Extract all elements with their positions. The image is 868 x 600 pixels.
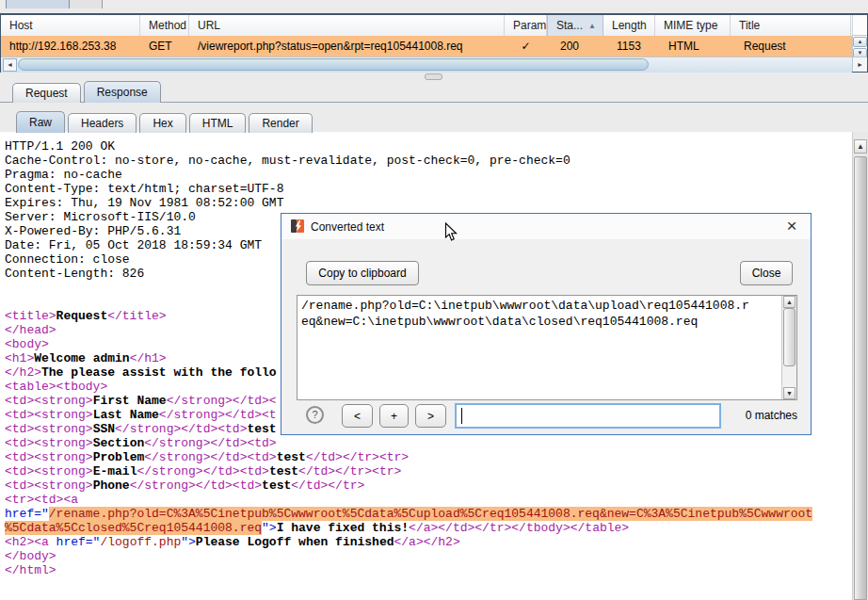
tab-request[interactable]: Request	[12, 83, 81, 103]
highlighted-text: %5Cdata%5Cclosed%5Creq105441008.req	[5, 521, 262, 535]
scroll-right-icon[interactable]: ►	[852, 57, 867, 72]
converted-text-line: eq&new=C:\inetpub\wwwroot\data\closed\re…	[301, 314, 749, 330]
response-line: </body>	[5, 549, 812, 563]
code-segment: href="	[5, 507, 49, 521]
copy-to-clipboard-button[interactable]: Copy to clipboard	[306, 261, 419, 285]
code-segment: <td><strong>	[5, 450, 93, 464]
column-header-method[interactable]: Method	[140, 15, 189, 36]
code-segment: /logoff.php	[100, 535, 181, 549]
column-header-title[interactable]: Title	[731, 15, 851, 36]
partial-tab-selected[interactable]	[6, 0, 70, 8]
row-cell-method[interactable]: GET	[140, 36, 189, 57]
row-cell-mimetype[interactable]: HTML	[655, 36, 731, 57]
view-tab-render[interactable]: Render	[249, 113, 312, 133]
column-header-mimetype[interactable]: MIME type	[655, 15, 731, 36]
highlighted-text: /rename.php?old=C%3A%5Cinetpub%5Cwwwroot…	[49, 507, 812, 521]
search-next-button[interactable]: >	[415, 404, 446, 428]
row-cell-length[interactable]: 1153	[603, 36, 655, 57]
code-segment: Last Name	[93, 408, 159, 422]
view-tab-raw[interactable]: Raw	[16, 111, 65, 133]
code-segment: </title>	[107, 309, 166, 323]
close-button[interactable]: Close	[740, 261, 793, 285]
help-icon[interactable]: ?	[306, 406, 324, 424]
view-tab-headers[interactable]: Headers	[68, 113, 137, 133]
code-segment: <td><strong>	[5, 422, 93, 436]
code-segment: </strong></td><t	[159, 408, 277, 422]
response-scrollbar-thumb[interactable]	[854, 156, 867, 600]
scroll-up-icon[interactable]: ▲	[854, 139, 867, 154]
code-segment: X-Powered-By: PHP/5.6.31	[5, 224, 181, 238]
converted-text-area[interactable]: /rename.php?old=C:\inetpub\wwwroot\data\…	[297, 295, 797, 400]
mouse-cursor	[444, 222, 458, 242]
close-icon[interactable]: ×	[782, 215, 801, 237]
dialog-titlebar[interactable]: Converted text ×	[281, 214, 811, 239]
row-cell-title[interactable]: Request	[731, 36, 851, 57]
row-cell-params[interactable]: ✓	[505, 36, 547, 57]
code-segment: I have fixed this!	[277, 521, 409, 535]
response-line: <td><strong>Problem</strong></td><td>tes…	[5, 450, 812, 464]
code-segment: Content-Type: text/html; charset=UTF-8	[5, 182, 283, 196]
sort-ascending-icon: ▲	[588, 16, 596, 36]
column-header-params[interactable]: Params	[505, 15, 547, 36]
scroll-down-icon[interactable]: ▼	[783, 387, 796, 399]
dialog-scrollbar-thumb[interactable]	[783, 308, 796, 366]
code-segment: <td><strong>	[5, 464, 93, 478]
code-segment: </strong></td><td>	[144, 450, 276, 464]
code-segment: </html>	[5, 563, 56, 577]
column-header-sta[interactable]: Sta...▲	[547, 15, 603, 36]
code-segment: SSN	[93, 422, 115, 436]
code-segment: </strong></td><td>	[130, 478, 262, 493]
response-line: </html>	[5, 563, 812, 577]
column-header-url[interactable]: URL	[189, 15, 505, 36]
horizontal-scrollbar-thumb[interactable]	[18, 58, 649, 71]
scroll-left-icon[interactable]: ◄	[3, 58, 17, 72]
code-segment: test	[269, 464, 298, 478]
response-line: <td><strong>E-mail</strong></td><td>test…	[5, 464, 812, 478]
code-segment: Date: Fri, 05 Oct 2018 18:59:34 GMT	[5, 238, 262, 252]
row-cell-host[interactable]: http://192.168.253.38	[1, 36, 140, 57]
tab-response[interactable]: Response	[84, 81, 161, 103]
code-segment: First Name	[93, 394, 167, 408]
match-count-label: 0 matches	[746, 409, 797, 422]
code-segment: Please Logoff when finished	[196, 535, 394, 549]
code-segment: Section	[93, 436, 145, 450]
table-horizontal-scrollbar[interactable]: ◄	[1, 57, 852, 73]
code-segment: <td><strong>	[5, 478, 93, 493]
view-tab-hex[interactable]: Hex	[139, 113, 185, 133]
column-header-label: Host	[9, 16, 33, 36]
table-vertical-scrollbar[interactable]: ▲ ▼	[852, 36, 867, 57]
panel-splitter-handle[interactable]	[425, 73, 442, 80]
response-line: Content-Type: text/html; charset=UTF-8	[5, 182, 812, 196]
code-segment: Welcome admin	[34, 351, 129, 365]
response-line: HTTP/1.1 200 OK	[5, 139, 812, 154]
converted-text-content: /rename.php?old=C:\inetpub\wwwroot\data\…	[301, 298, 749, 330]
code-segment: </head>	[5, 323, 56, 337]
code-segment: Phone	[93, 478, 130, 493]
column-header-label: MIME type	[664, 16, 717, 36]
code-segment: <td><strong>	[5, 408, 93, 422]
partial-tab[interactable]	[70, 0, 103, 8]
scroll-up-icon[interactable]: ▲	[783, 296, 796, 308]
view-tab-html[interactable]: HTML	[189, 113, 247, 133]
column-header-label: Sta...	[556, 16, 583, 36]
code-segment: Problem	[93, 450, 145, 464]
column-header-label: Title	[739, 16, 760, 36]
dialog-text-scrollbar[interactable]: ▲ ▼	[781, 296, 796, 399]
column-header-length[interactable]: Length	[603, 15, 655, 36]
column-header-host[interactable]: Host	[1, 15, 140, 36]
table-selected-row[interactable]: http://192.168.253.38GET/viewreport.php?…	[1, 36, 852, 57]
search-input[interactable]	[455, 403, 721, 429]
column-header-label: Length	[612, 16, 647, 36]
converted-text-dialog: Converted text × Copy to clipboard Close…	[281, 213, 812, 435]
row-cell-url[interactable]: /viewreport.php?status=open&rpt=req10544…	[189, 36, 505, 57]
response-line: <tr><td><a	[5, 493, 812, 507]
search-previous-button[interactable]: <	[342, 404, 373, 428]
row-cell-sta[interactable]: 200	[547, 36, 603, 57]
dialog-title: Converted text	[311, 220, 384, 234]
search-options-button[interactable]: +	[379, 404, 409, 428]
response-line: href="/rename.php?old=C%3A%5Cinetpub%5Cw…	[5, 507, 812, 521]
response-scrollbar[interactable]: ▲	[852, 132, 868, 600]
column-header-label: Method	[149, 16, 186, 36]
scroll-up-icon[interactable]: ▲	[853, 37, 867, 47]
code-segment: </strong></td><td>	[137, 464, 268, 478]
